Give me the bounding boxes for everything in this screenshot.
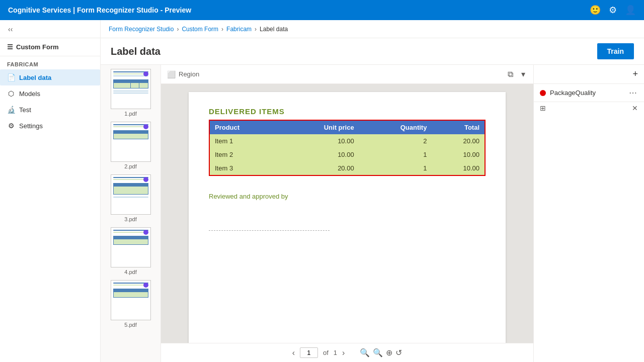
chevron-down-button[interactable]: ▾: [519, 68, 527, 80]
table-row: Item 1 10.00 2 20.00: [210, 134, 485, 148]
doc-toolbar-left: ⬜ Region: [167, 70, 199, 78]
row2-quantity: 1: [359, 148, 432, 161]
main-layout: ‹‹ ☰ Custom Form Fabricam 📄 Label data ⬡…: [0, 20, 644, 362]
doc-page: DELIVERED ITEMS Product Unit price Quant…: [189, 92, 506, 343]
page-of-label: of: [323, 349, 329, 356]
field-close-button[interactable]: ✕: [632, 104, 638, 112]
label-data-icon: 📄: [7, 73, 15, 81]
file-dot-1: [143, 71, 148, 76]
file-item-2[interactable]: 2.pdf: [104, 122, 157, 169]
topbar: Cognitive Services | Form Recognizer Stu…: [0, 0, 644, 20]
row1-product: Item 1: [210, 134, 279, 148]
sidebar-item-settings[interactable]: ⚙ Settings: [0, 118, 100, 134]
breadcrumb-label-data: Label data: [260, 26, 288, 33]
sidebar-header: ☰ Custom Form: [0, 38, 100, 56]
inner-layout: 1.pdf: [101, 65, 644, 362]
sidebar-test-text: Test: [19, 106, 31, 114]
sidebar-item-models[interactable]: ⬡ Models: [0, 85, 100, 102]
file-name-4: 4.pdf: [124, 269, 136, 275]
file-thumb-4: [111, 227, 151, 267]
row3-product: Item 3: [210, 161, 279, 175]
col-quantity: Quantity: [359, 121, 432, 134]
fit-page-button[interactable]: ⊕: [386, 348, 392, 357]
right-panel-add-area: +: [534, 65, 644, 84]
models-icon: ⬡: [7, 89, 15, 98]
file-item-5[interactable]: 5.pdf: [104, 280, 157, 328]
row1-quantity: 2: [359, 134, 432, 148]
col-total: Total: [432, 121, 485, 134]
region-label: Region: [179, 70, 199, 78]
settings-nav-icon: ⚙: [7, 122, 15, 130]
table-selection: Product Unit price Quantity Total Item 1: [209, 120, 486, 176]
page-content: Form Recognizer Studio › Custom Form › F…: [101, 20, 644, 362]
col-unit-price: Unit price: [279, 121, 359, 134]
doc-toolbar-right: ⧉ ▾: [506, 68, 527, 80]
train-button[interactable]: Train: [597, 43, 634, 59]
field-table-icon: ⊞: [540, 104, 546, 112]
page-number-input[interactable]: [300, 347, 318, 358]
file-name-3: 3.pdf: [124, 216, 136, 222]
app-title: Cognitive Services | Form Recognizer Stu…: [8, 6, 191, 14]
test-icon: 🔬: [7, 106, 15, 114]
collapse-icon[interactable]: ‹‹: [8, 25, 13, 33]
file-item-4[interactable]: 4.pdf: [104, 227, 157, 275]
add-field-button[interactable]: +: [632, 69, 638, 79]
file-item-3[interactable]: 3.pdf: [104, 174, 157, 222]
breadcrumb-bar: Form Recognizer Studio › Custom Form › F…: [101, 20, 644, 38]
settings-icon[interactable]: ⚙: [609, 5, 617, 16]
row1-unit-price: 10.00: [279, 134, 359, 148]
col-product: Product: [210, 121, 279, 134]
sidebar-item-test[interactable]: 🔬 Test: [0, 102, 100, 118]
region-icon: ⬜: [167, 70, 176, 78]
sidebar-app-label: Custom Form: [16, 43, 59, 51]
breadcrumb-custom-form[interactable]: Custom Form: [182, 26, 218, 33]
file-dot-4: [143, 230, 148, 235]
next-page-button[interactable]: ›: [342, 348, 345, 357]
table-row: Item 2 10.00 1 10.00: [210, 148, 485, 161]
file-thumb-3: [111, 174, 151, 215]
right-panel: + PackageQuality ⋯ ⊞ ✕: [533, 65, 644, 362]
sidebar-label-data-text: Label data: [19, 74, 51, 81]
page-header: Label data Train: [101, 38, 644, 65]
row2-product: Item 2: [210, 148, 279, 161]
topbar-icons: 🙂 ⚙ 👤: [590, 5, 636, 16]
file-name-1: 1.pdf: [124, 111, 136, 117]
doc-viewer: ⬜ Region ⧉ ▾ DELIVERED ITEMS: [161, 65, 533, 362]
file-dot-5: [143, 283, 148, 288]
field-more-button[interactable]: ⋯: [628, 88, 638, 98]
file-dot-3: [143, 177, 148, 182]
breadcrumb-fabricam[interactable]: Fabricam: [226, 26, 252, 33]
file-dot-2: [143, 124, 148, 129]
doc-toolbar: ⬜ Region ⧉ ▾: [161, 65, 533, 84]
layers-button[interactable]: ⧉: [506, 69, 515, 80]
field-table-row: ⊞ ✕: [534, 102, 644, 114]
sidebar-menu-icon: ☰: [7, 43, 13, 51]
sidebar-item-label-data[interactable]: 📄 Label data: [0, 69, 100, 85]
file-item-1[interactable]: 1.pdf: [104, 69, 157, 117]
row2-total: 10.00: [432, 148, 485, 161]
field-item-package-quality: PackageQuality ⋯: [534, 84, 644, 102]
items-table: Product Unit price Quantity Total Item 1: [210, 121, 485, 175]
user-icon[interactable]: 👤: [625, 5, 636, 16]
sidebar-settings-text: Settings: [19, 122, 43, 130]
sidebar: ‹‹ ☰ Custom Form Fabricam 📄 Label data ⬡…: [0, 20, 101, 362]
prev-page-button[interactable]: ‹: [292, 348, 295, 357]
rotate-button[interactable]: ↺: [395, 348, 402, 357]
page-title: Label data: [111, 46, 160, 57]
zoom-out-button[interactable]: 🔍: [373, 348, 383, 357]
row3-total: 10.00: [432, 161, 485, 175]
file-thumb-2: [111, 122, 151, 162]
row1-total: 20.00: [432, 134, 485, 148]
table-row: Item 3 20.00 1 10.00: [210, 161, 485, 175]
field-status-dot: [540, 90, 546, 96]
row3-unit-price: 20.00: [279, 161, 359, 175]
file-name-2: 2.pdf: [124, 163, 136, 169]
zoom-in-button[interactable]: 🔍: [360, 348, 370, 357]
sidebar-models-text: Models: [19, 90, 40, 98]
file-list: 1.pdf: [101, 65, 161, 362]
breadcrumb-sep-3: ›: [255, 26, 257, 33]
breadcrumb-form-recognizer[interactable]: Form Recognizer Studio: [109, 26, 174, 33]
doc-scroll-area: DELIVERED ITEMS Product Unit price Quant…: [161, 84, 533, 343]
smiley-icon[interactable]: 🙂: [590, 5, 601, 16]
file-thumb-5: [111, 280, 151, 320]
